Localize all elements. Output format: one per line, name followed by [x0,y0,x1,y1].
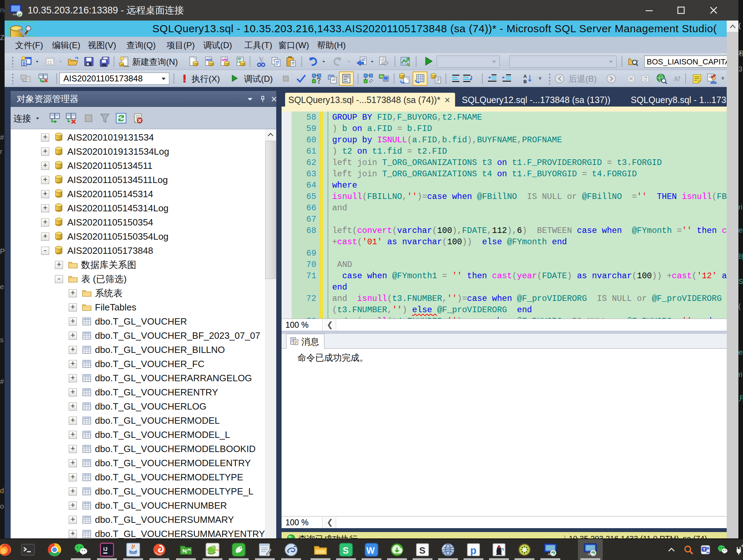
tree-item-dbo-t-gl-vouchermodeltype-l[interactable]: + dbo.T_GL_VOUCHERMODELTYPE_L [11,484,265,498]
navigate-backward-button[interactable] [355,55,368,68]
redo-dropdown[interactable] [346,55,352,68]
menu-project[interactable]: 项目(P) [166,37,195,53]
toolbar-combobox-2[interactable] [509,56,617,68]
tray-plug[interactable] [730,539,743,560]
debug-icon[interactable] [228,72,241,85]
scrollbar-thumb[interactable] [727,32,738,538]
toolbar-overflow-dropdown[interactable] [720,72,726,85]
tree-item-dbo-t-gl-voucherlog[interactable]: + dbo.T_GL_VOUCHERLOG [11,399,265,413]
navigate-forward-icon-disabled[interactable] [605,72,618,85]
disconnect-button[interactable] [36,72,50,85]
intellisense-refresh-button[interactable] [310,72,323,85]
tree-expander[interactable]: + [69,530,77,538]
tree-item-ais20201019131534[interactable]: + AIS20201019131534 [11,130,265,144]
tree-item-dbo-t-gl-voucher[interactable]: + dbo.T_GL_VOUCHER [11,314,265,328]
tree-item-ais20201105145314log[interactable]: + AIS20201105145314Log [11,201,265,215]
activity-monitor-button[interactable] [398,55,412,68]
navigate-back-icon-disabled[interactable] [553,72,566,85]
taskbar-app-globe[interactable] [436,539,460,560]
change-connection-button-disabled[interactable] [19,72,32,85]
tree-item-dbo-t-gl-vouchermodelentry[interactable]: + dbo.T_GL_VOUCHERMODELENTRY [11,456,265,470]
tree-item-dbo-t-gl-vouchersummary[interactable]: + dbo.T_GL_VOUCHERSUMMARY [11,513,265,527]
cut-button[interactable] [255,55,268,68]
tree-item-dbo-t-gl-voucherentry[interactable]: + dbo.T_GL_VOUCHERENTRY [11,385,265,399]
tree-item-ais20201105134511log[interactable]: + AIS20201105134511Log [11,173,265,187]
taskbar-app-intellij[interactable]: IJ [95,539,119,560]
tree-item-dbo-t-gl-voucher-billno[interactable]: + dbo.T_GL_VOUCHER_BILLNO [11,343,265,357]
design-query-button[interactable] [377,72,391,85]
find-combobox[interactable]: BOS_LIAISON_CAPITA [644,56,727,68]
save-all-button[interactable] [98,55,111,68]
taskbar-app-wps[interactable]: W [359,539,384,560]
taskbar-app-sapp[interactable]: S [410,539,435,560]
menu-file[interactable]: 文件(F) [15,37,43,53]
toolbar-grip[interactable] [12,56,14,67]
tree-expander[interactable]: + [69,487,77,496]
taskbar-app-notepad[interactable] [253,539,277,560]
new-query-window-button[interactable] [19,55,33,68]
menu-edit[interactable]: 编辑(E) [52,37,80,53]
tree-item-dbo-t-gl-vouchermodelbookid[interactable]: + dbo.T_GL_VOUCHERMODELBOOKID [11,442,265,456]
tree-expander[interactable]: + [69,459,77,467]
edit-user-button[interactable] [705,72,719,85]
taskbar-app-terminal[interactable] [16,539,40,560]
zoom-select[interactable]: 100 % [282,319,323,331]
copy-button[interactable] [269,55,283,68]
pane-splitter[interactable] [282,331,727,334]
connect-server-button[interactable] [47,111,62,125]
intellisense-enabled-toggle[interactable] [339,72,354,86]
tray-wechat-tray[interactable] [714,539,731,560]
new-query-window-dropdown[interactable] [34,55,40,68]
sort-button[interactable]: AB [522,72,535,85]
taskbar-app-pcharm[interactable]: p [461,539,486,560]
tree-expander[interactable]: + [69,346,77,354]
refresh-button-disabled[interactable] [639,72,652,85]
taskbar-app-wechat[interactable] [68,539,93,560]
mdx-query-button[interactable]: MDX [202,55,216,68]
taskbar-app-nutstore[interactable] [174,539,198,560]
tree-item-ais20201105150354[interactable]: + AIS20201105150354 [11,215,265,229]
menu-query[interactable]: 查询(Q) [126,37,156,53]
taskbar-app-sublime[interactable]: S [334,539,358,560]
tree-item--[interactable]: - 表 (已筛选) [11,272,265,286]
tree-item-dbo-t-gl-vouchermodel-l[interactable]: + dbo.T_GL_VOUCHERMODEL_L [11,428,265,442]
object-explorer-titlebar[interactable]: 对象资源管理器 [11,91,276,107]
open-file-button[interactable] [66,55,80,68]
results-to-grid-button[interactable] [461,72,474,85]
filter-button[interactable] [98,111,112,125]
tree-expander[interactable]: + [41,162,49,170]
taskbar-app-explorer[interactable] [308,539,333,560]
tree-item-dbo-t-gl-vouchermodeltype[interactable]: + dbo.T_GL_VOUCHERMODELTYPE [11,470,265,484]
tree-item-ais20201019131534log[interactable]: + AIS20201019131534Log [11,144,265,159]
stop-button-disabled[interactable] [81,111,96,125]
tree-item-dbo-t-gl-vouchermodel[interactable]: + dbo.T_GL_VOUCHERMODEL [11,413,265,428]
tree-expander[interactable]: + [69,374,77,382]
tree-item-filetables[interactable]: + FileTables [11,300,265,314]
object-explorer-scrollbar[interactable] [265,129,276,538]
tab-messages[interactable]: 消息 [286,334,324,349]
navigate-forward-button-disabled[interactable] [377,55,391,68]
tree-item-ais20201105134511[interactable]: + AIS20201105134511 [11,159,265,173]
actual-plan-toggle[interactable] [413,72,427,86]
tree-item-dbo-t-gl-vouchersummaryentry[interactable]: + dbo.T_GL_VOUCHERSUMMARYENTRY [11,527,265,538]
tree-expander[interactable]: + [41,233,49,241]
tree-expander[interactable]: + [69,303,77,312]
estimated-plan-button[interactable] [398,72,411,85]
navigate-back-button-disabled[interactable]: 后退(B) [568,72,597,85]
toolbar-grip[interactable] [549,73,551,84]
rdp-session-scrollbar[interactable] [727,21,738,538]
connect-dropdown-button[interactable]: 连接 [13,111,31,125]
taskbar-app-scorpion[interactable] [279,539,304,560]
close-icon[interactable] [268,91,280,107]
tab-3[interactable]: SQLQuery8.sql - 1...173 [628,93,727,107]
toolbar-grip[interactable] [12,73,14,84]
combo1-caret[interactable] [489,57,499,67]
tree-expander[interactable]: + [69,431,77,439]
tray-chevron-up[interactable] [663,539,680,560]
tree-expander[interactable]: + [69,502,77,510]
tree-expander[interactable]: + [69,289,77,297]
taskbar-app-easyconnect[interactable] [147,539,172,560]
tree-expander[interactable]: + [41,218,49,227]
close-button[interactable] [703,0,724,21]
web-search-button[interactable] [655,72,668,85]
